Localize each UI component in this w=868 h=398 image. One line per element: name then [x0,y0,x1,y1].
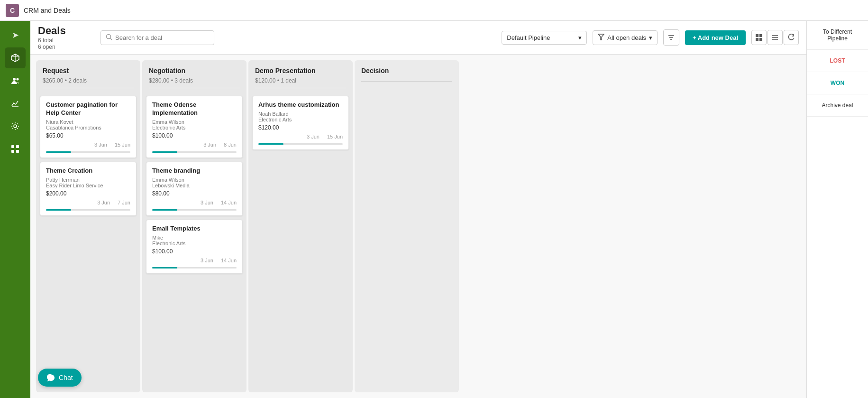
card-date-end: 15 Jun [115,142,130,148]
chat-button[interactable]: Chat [38,369,82,387]
deal-card-card3[interactable]: Theme Odense Implementation Emma Wilson … [146,96,243,158]
chat-icon [46,373,55,382]
card-contact: Emma Wilson [152,177,237,183]
chevron-down-icon: ▾ [578,34,582,41]
svg-point-3 [14,125,17,128]
card-dates: 3 Jun 8 Jun [152,142,237,148]
card-progress [46,151,130,153]
card-progress [46,209,130,211]
svg-rect-14 [756,34,758,37]
app-logo: C [6,4,19,17]
card-amount: $120.00 [258,124,343,131]
kanban-col-request: Request$265.00 • 2 deals Customer pagina… [36,60,140,392]
deal-card-card2[interactable]: Theme Creation Patty Herrman Easy Rider … [40,162,137,216]
nav-users-icon[interactable] [5,70,26,91]
card-progress-bar [152,267,177,268]
col-header-decision: Decision [355,60,459,86]
card-dates: 3 Jun 14 Jun [152,258,237,263]
card-amount: $100.00 [152,132,237,139]
right-panel: To Different PipelineLOSTWONArchive deal [806,21,868,398]
sidebar: ➤ [0,21,30,398]
col-summary-decision [361,77,452,82]
open-count: 6 open [38,44,95,50]
card-progress [152,267,237,268]
svg-rect-4 [11,145,14,148]
kanban-col-negotiation: Negotiation$280.00 • 3 deals Theme Odens… [142,60,247,392]
col-title-negotiation: Negotiation [149,67,240,74]
right-panel-to-different-pipeline[interactable]: To Different Pipeline [807,21,868,50]
nav-cube-icon[interactable] [5,47,26,68]
col-summary-request: $265.00 • 2 deals [43,77,134,88]
card-amount: $100.00 [152,248,237,255]
card-progress-bar [152,209,177,211]
deal-card-card6[interactable]: Arhus theme customization Noah Ballard E… [252,96,349,150]
card-title: Theme branding [152,167,237,175]
chevron-down-icon2: ▾ [649,34,652,41]
card-company: Easy Rider Limo Service [46,183,130,188]
card-company: Electronic Arts [258,117,343,122]
card-progress [152,209,237,211]
deal-card-card5[interactable]: Email Templates Mike Electronic Arts $10… [146,220,243,274]
card-progress-bar [152,151,177,153]
card-date-end: 14 Jun [221,258,237,263]
right-panel-won[interactable]: WON [807,72,868,94]
card-dates: 3 Jun 15 Jun [258,134,343,139]
nav-send-icon[interactable]: ➤ [5,25,26,46]
card-dates: 3 Jun 14 Jun [152,200,237,205]
search-box[interactable] [101,30,214,45]
total-count: 6 total [38,37,95,44]
deal-card-card4[interactable]: Theme branding Emma Wilson Lebowski Medi… [146,162,243,216]
chat-label: Chat [59,374,73,381]
add-deal-button[interactable]: + Add new Deal [685,30,746,45]
pipeline-label: Default Pipeline [507,34,550,41]
card-dates: 3 Jun 15 Jun [46,142,130,148]
col-summary-negotiation: $280.00 • 3 deals [149,77,240,88]
right-panel-lost[interactable]: LOST [807,50,868,72]
col-header-demo-presentation: Demo Presentation$120.00 • 1 deal [248,60,353,93]
deal-card-card1[interactable]: Customer pagination for Help Center Niur… [40,96,137,158]
card-date-end: 14 Jun [221,200,237,205]
kanban-view-btn[interactable] [751,30,767,45]
filter-label: All open deals [607,34,646,41]
advanced-filter-btn[interactable] [663,29,679,46]
card-contact: Emma Wilson [152,119,237,125]
main-layout: ➤ [0,21,868,398]
list-view-btn[interactable] [767,30,783,45]
search-input[interactable] [115,34,209,41]
card-title: Customer pagination for Help Center [46,101,130,117]
nav-grid-icon[interactable] [5,139,26,159]
card-amount: $200.00 [46,190,130,197]
card-contact: Patty Herrman [46,177,130,183]
card-progress-bar [258,143,283,145]
pipeline-dropdown[interactable]: Default Pipeline ▾ [502,31,587,45]
refresh-btn[interactable] [784,30,799,45]
col-title-decision: Decision [361,67,452,74]
search-icon [106,34,112,42]
card-company: Electronic Arts [152,125,237,130]
filter-funnel-icon [598,34,604,42]
card-date-end: 15 Jun [327,134,343,139]
card-title: Arhus theme customization [258,101,343,109]
nav-settings-icon[interactable] [5,116,26,137]
svg-rect-17 [759,38,762,41]
card-progress-bar [46,151,71,153]
page-title: Deals [38,25,95,37]
nav-chart-icon[interactable] [5,93,26,114]
card-date-start: 3 Jun [201,200,213,205]
card-title: Theme Odense Implementation [152,101,237,117]
kanban-board: Request$265.00 • 2 deals Customer pagina… [30,55,806,398]
card-dates: 3 Jun 7 Jun [46,200,130,205]
card-date-start: 3 Jun [97,200,110,205]
card-company: Electronic Arts [152,241,237,246]
svg-rect-16 [756,38,758,41]
kanban-col-demo-presentation: Demo Presentation$120.00 • 1 deal Arhus … [248,60,353,392]
svg-line-9 [110,38,112,40]
right-panel-archive-deal[interactable]: Archive deal [807,94,868,117]
col-title-demo-presentation: Demo Presentation [255,67,346,74]
col-title-request: Request [43,67,134,74]
card-title: Theme Creation [46,167,130,175]
card-progress [258,143,343,145]
filter-dropdown[interactable]: All open deals ▾ [593,30,658,45]
card-progress [152,151,237,153]
sub-header: Deals 6 total 6 open Default Pipeline ▾ [30,21,806,55]
